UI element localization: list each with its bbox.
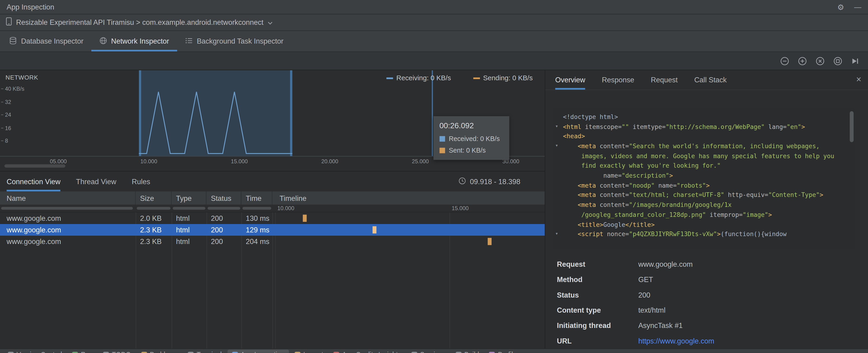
tool-window-button-build[interactable]: Build xyxy=(451,350,484,353)
zoom-to-selection-icon[interactable] xyxy=(833,56,843,66)
column-header-name[interactable]: Name xyxy=(0,191,135,204)
column-header-status[interactable]: Status xyxy=(207,191,241,204)
receiving-swatch-icon xyxy=(386,77,393,79)
code-scrollbar-thumb[interactable] xyxy=(850,111,854,142)
tab-database-inspector[interactable]: Database Inspector xyxy=(1,31,91,52)
timeline-marker-icon xyxy=(488,238,492,245)
tool-window-bar: Version ControlRunTODOProblemsTerminalAp… xyxy=(0,349,868,353)
column-header-size[interactable]: Size xyxy=(135,191,172,204)
timeline-tick-label: 15.000 xyxy=(452,205,469,211)
connection-name: www.google.com xyxy=(0,213,135,224)
code-scrollbar[interactable] xyxy=(849,109,854,248)
tool-window-label: Services xyxy=(420,351,445,353)
tool-window-icon xyxy=(141,352,147,353)
code-fold-icon[interactable]: ▾ xyxy=(555,143,558,149)
connection-name: www.google.com xyxy=(0,236,135,247)
detail-field-label: Initiating thread xyxy=(557,321,639,330)
network-usage-chart[interactable]: NETWORK 40 KB/s 32 24 16 8 05.000 10.000… xyxy=(0,70,545,171)
tool-window-button-terminal[interactable]: Terminal xyxy=(183,350,226,353)
tool-window-button-version-control[interactable]: Version Control xyxy=(3,350,66,353)
connection-status: 200 xyxy=(207,224,241,236)
connection-type: html xyxy=(172,224,206,236)
column-scrollbar[interactable] xyxy=(137,207,170,210)
tool-window-icon xyxy=(294,352,301,353)
connection-size: 2.3 KB xyxy=(135,224,172,236)
connection-time: 204 ms xyxy=(241,236,273,247)
code-fold-icon[interactable]: ▾ xyxy=(555,123,558,129)
response-code-preview[interactable]: ▾▾▾ <!doctype html><html itemscope="" it… xyxy=(554,108,854,249)
tool-window-button-logcat[interactable]: Logcat xyxy=(290,350,328,353)
device-process-selector[interactable]: Resizable Experimental API Tiramisu > co… xyxy=(6,17,273,28)
hide-tool-window-icon[interactable]: — xyxy=(854,4,861,10)
tab-thread-view[interactable]: Thread View xyxy=(76,171,117,191)
profiler-zoom-toolbar xyxy=(0,52,868,70)
reset-zoom-icon[interactable] xyxy=(815,56,825,66)
tool-window-icon xyxy=(333,352,339,353)
detail-field-label: URL xyxy=(557,337,639,345)
detail-url-link[interactable]: https://www.google.com xyxy=(638,337,868,345)
tool-window-icon xyxy=(231,352,238,353)
tab-network-inspector[interactable]: Network Inspector xyxy=(91,31,177,52)
tab-overview[interactable]: Overview xyxy=(555,70,585,90)
tab-request[interactable]: Request xyxy=(651,70,678,90)
legend-sending: Sending: 0 KB/s xyxy=(473,74,533,82)
tool-window-button-app-inspection[interactable]: App Inspection xyxy=(227,350,289,353)
detail-field-label: Content type xyxy=(557,306,639,315)
code-line: <head> xyxy=(563,132,854,142)
timeline-tick-label: 10.000 xyxy=(277,205,294,211)
detail-field-row: Content typetext/html xyxy=(557,303,868,318)
tab-rules[interactable]: Rules xyxy=(132,171,150,191)
chart-title: NETWORK xyxy=(6,74,38,81)
connection-type: html xyxy=(172,236,206,247)
code-fold-gutter: ▾▾▾ xyxy=(554,108,562,249)
tool-window-label: Build xyxy=(464,351,479,353)
tool-window-icon xyxy=(188,352,194,353)
column-header-type[interactable]: Type xyxy=(172,191,206,204)
tool-window-label: App Inspection xyxy=(241,351,284,353)
globe-network-icon xyxy=(99,36,107,46)
column-header-time[interactable]: Time xyxy=(241,191,273,204)
phone-device-icon xyxy=(6,17,12,28)
go-live-icon[interactable] xyxy=(851,57,859,65)
chart-legend: Receiving: 0 KB/s Sending: 0 KB/s xyxy=(386,74,533,82)
connection-row[interactable]: www.google.com 2.0 KB html 200 130 ms xyxy=(0,213,545,224)
tool-window-button-app-quality-insights[interactable]: App Quality Insights xyxy=(329,350,406,353)
timeline-range-scrollbar[interactable] xyxy=(4,164,65,167)
zoom-in-icon[interactable] xyxy=(798,56,807,66)
tab-call-stack[interactable]: Call Stack xyxy=(694,70,727,90)
detail-field-value: 200 xyxy=(638,291,868,299)
connection-time: 129 ms xyxy=(241,224,273,236)
column-scrollbar[interactable] xyxy=(243,207,271,210)
tool-window-button-run[interactable]: Run xyxy=(67,350,97,353)
y-axis-tick-label: 16 xyxy=(1,125,11,131)
tool-window-button-services[interactable]: Services xyxy=(407,350,450,353)
detail-field-value: GET xyxy=(638,276,868,284)
connection-timeline-cell xyxy=(273,236,545,247)
tool-window-button-profiler[interactable]: Profiler xyxy=(485,350,523,353)
sent-swatch-icon xyxy=(439,148,445,153)
connection-row-selected[interactable]: www.google.com 2.3 KB html 200 129 ms xyxy=(0,224,545,236)
settings-gear-icon[interactable]: ⚙ xyxy=(837,3,844,11)
column-scrollbar[interactable] xyxy=(208,207,240,210)
connection-row[interactable]: www.google.com 2.3 KB html 200 204 ms xyxy=(0,236,545,247)
tool-window-label: Problems xyxy=(150,351,178,353)
tool-window-button-todo[interactable]: TODO xyxy=(99,350,135,353)
tab-connection-view[interactable]: Connection View xyxy=(7,171,61,191)
tab-response[interactable]: Response xyxy=(602,70,634,90)
tooltip-label: Sent: 0 KB/s xyxy=(449,147,486,154)
column-scrollbar[interactable] xyxy=(1,207,133,210)
tool-window-button-problems[interactable]: Problems xyxy=(136,350,182,353)
column-header-timeline[interactable]: Timeline xyxy=(273,191,545,204)
column-scrollbar[interactable] xyxy=(173,207,206,210)
tab-background-task-inspector[interactable]: Background Task Inspector xyxy=(177,31,291,52)
connection-type: html xyxy=(172,213,206,224)
close-details-icon[interactable]: × xyxy=(856,75,861,85)
zoom-out-icon[interactable] xyxy=(780,56,789,66)
selected-time-range: 09.918 - 18.398 xyxy=(458,171,538,191)
code-line: <meta content="/images/branding/googleg/… xyxy=(563,200,854,210)
code-fold-icon[interactable]: ▾ xyxy=(555,231,558,236)
details-tab-bar: Overview Response Request Call Stack × xyxy=(545,70,868,90)
detail-field-row: Requestwww.google.com xyxy=(557,257,868,272)
x-axis-tick-label: 10.000 xyxy=(141,158,157,164)
x-axis-tick-label: 05.000 xyxy=(50,158,67,164)
